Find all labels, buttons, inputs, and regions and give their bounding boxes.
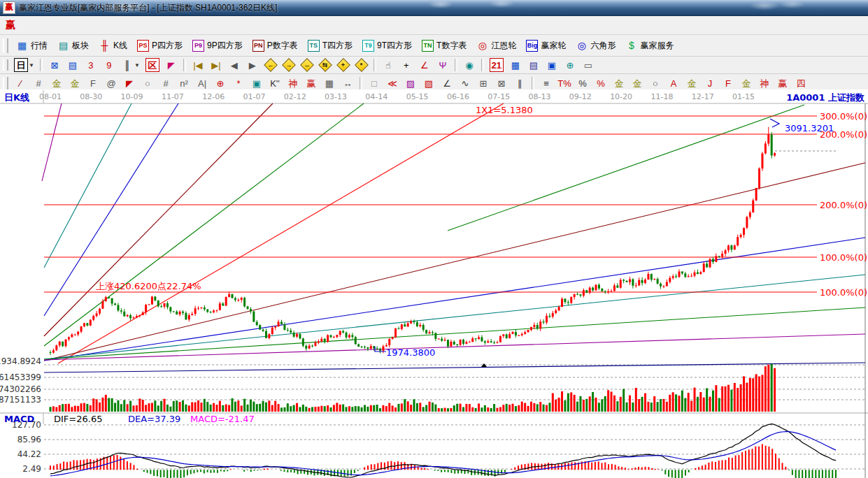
menu-item[interactable] xyxy=(136,23,148,27)
print-button[interactable]: ▭ xyxy=(580,57,597,73)
grid-table-button[interactable]: ▦ xyxy=(321,75,338,91)
fence-button[interactable]: # xyxy=(157,75,174,91)
sectors-button[interactable]: ▤ 板块 xyxy=(53,38,93,54)
menu-item[interactable] xyxy=(73,23,85,27)
si-angle-button[interactable]: 四 xyxy=(792,75,809,91)
winner-wheel-button[interactable]: Big 赢家轮 xyxy=(522,38,570,54)
j-angle-button[interactable]: J xyxy=(702,75,718,91)
winner-service-button[interactable]: $ 赢家服务 xyxy=(621,38,678,54)
clock-pen-button[interactable]: ○ xyxy=(647,75,664,91)
smart-tool-button[interactable]: ◉ xyxy=(461,57,478,73)
period-selector[interactable]: 日▼ xyxy=(12,57,36,73)
time-circle-button[interactable]: ○ xyxy=(139,75,156,91)
candle-style-selector[interactable]: ║▼ xyxy=(119,57,142,73)
calendar-button[interactable]: 21 xyxy=(488,57,506,73)
toolbar-grip[interactable] xyxy=(3,59,8,71)
9p-square-button[interactable]: P9 9P四方形 xyxy=(188,38,247,54)
percent-button[interactable]: % xyxy=(574,75,591,91)
9t-square-button[interactable]: T9 9T四方形 xyxy=(358,38,416,54)
t-percent-button[interactable]: T% xyxy=(556,75,573,91)
box-select-button[interactable]: □ xyxy=(366,75,383,91)
zoom-in-button[interactable]: * xyxy=(353,57,370,73)
hexagon-button[interactable]: ◎ 六角形 xyxy=(571,38,620,54)
crosshair-button[interactable]: + xyxy=(398,57,415,73)
ying-angle-button[interactable]: 赢 xyxy=(774,75,791,91)
mirror-button[interactable]: A| xyxy=(194,75,211,91)
info-view-icon[interactable]: ▤ xyxy=(64,57,81,73)
f-angle-button[interactable]: F xyxy=(720,75,737,91)
gold-coil2-button[interactable]: 金 xyxy=(66,75,83,91)
bars-9-icon[interactable]: 9 xyxy=(101,57,118,73)
wave-button[interactable]: ∿ xyxy=(457,75,474,91)
jump-first-button[interactable]: |◀ xyxy=(190,57,206,73)
menu-item[interactable] xyxy=(48,23,60,27)
grid-a-button[interactable]: ⊞ xyxy=(475,75,492,91)
angle-tool-button[interactable]: ∠ xyxy=(416,57,433,73)
scroll-left-button[interactable]: ← xyxy=(262,57,279,73)
square-star-button[interactable]: ▣ xyxy=(248,75,265,91)
favorite-stocks-icon[interactable]: ⊠ xyxy=(46,57,63,73)
color-chart-icon[interactable]: ◤ xyxy=(163,57,180,73)
jump-last-button[interactable]: ▶| xyxy=(208,57,225,73)
grid-lines-button[interactable]: # xyxy=(30,75,47,91)
ab-wave-button[interactable]: A xyxy=(665,75,682,91)
next-button[interactable]: ▶ xyxy=(244,57,261,73)
menu-item[interactable] xyxy=(35,23,48,27)
parallel-lines-button[interactable]: ∥ xyxy=(511,75,528,91)
shen-angle-button[interactable]: 神 xyxy=(756,75,773,91)
quotes-button[interactable]: ▦ 行情 xyxy=(12,38,52,54)
p-table-button[interactable]: PN P数字表 xyxy=(248,38,302,54)
hand-tool-button[interactable]: ☝ xyxy=(380,57,397,73)
gold-angle2-button[interactable]: 金 xyxy=(738,75,755,91)
percent-lines-button[interactable]: % xyxy=(592,75,609,91)
toolbar-grip[interactable] xyxy=(3,38,8,53)
gold-angle-button[interactable]: 金 xyxy=(683,75,700,91)
menu-item[interactable] xyxy=(85,23,98,27)
menu-item[interactable] xyxy=(22,23,35,27)
kline-chart-svg[interactable]: 08-0108-3010-0911-0712-0601-0702-1203-13… xyxy=(0,89,868,478)
p-square-button[interactable]: PS P四方形 xyxy=(133,38,187,54)
prev-button[interactable]: ◀ xyxy=(226,57,243,73)
chart-canvas[interactable]: 08-0108-3010-0911-0712-0601-0702-1203-13… xyxy=(0,89,868,478)
gann-wheel-button[interactable]: ◎ 江恩轮 xyxy=(472,38,520,54)
scroll-right-button[interactable]: → xyxy=(280,57,297,73)
star-button[interactable]: * xyxy=(230,75,247,91)
width-arrow-button[interactable]: ↔ xyxy=(339,75,356,91)
spiral-button[interactable]: @ xyxy=(103,75,120,91)
kline-button[interactable]: ╫ K线 xyxy=(94,38,131,54)
compress-h-button[interactable]: ⇆ xyxy=(317,57,334,73)
ying-tool-button[interactable]: 赢 xyxy=(303,75,320,91)
t-table-button[interactable]: TN T数字表 xyxy=(418,38,471,54)
region-tool-icon[interactable]: 区 xyxy=(143,57,162,73)
calculator-button[interactable]: ▦ xyxy=(507,57,524,73)
menu-item[interactable] xyxy=(111,23,123,27)
fan-box-button[interactable]: ▧ xyxy=(420,75,437,91)
gold-lines-button[interactable]: 金 xyxy=(629,75,646,91)
circle-cross-button[interactable]: ⊕ xyxy=(212,75,229,91)
grid-b-button[interactable]: ⊠ xyxy=(493,75,510,91)
save-button[interactable]: ▣ xyxy=(543,57,560,73)
gann-shape-button[interactable]: Ψ xyxy=(434,57,451,73)
gold-coil-button[interactable]: 金 xyxy=(48,75,65,91)
f-ruler-button[interactable]: F xyxy=(85,75,101,91)
bars-3-icon[interactable]: 3 xyxy=(83,57,99,73)
n-square-button[interactable]: n² xyxy=(176,75,192,91)
brush-tool-button[interactable]: ◤ xyxy=(121,75,138,91)
menu-item[interactable] xyxy=(98,23,111,27)
zoom-out-button[interactable]: + xyxy=(335,57,352,73)
ratio-bars-button[interactable]: ≡ xyxy=(538,75,555,91)
red-fan-button[interactable]: ≪ xyxy=(384,75,401,91)
angle-lines-button[interactable]: ∠ xyxy=(439,75,455,91)
gold-circle-button[interactable]: 金 xyxy=(611,75,627,91)
pen-tool-button[interactable]: ∕ xyxy=(12,75,29,91)
notes-button[interactable]: ▤ xyxy=(525,57,542,73)
share-button[interactable]: ⊕ xyxy=(562,57,578,73)
toolbar-grip[interactable] xyxy=(3,77,8,89)
menu-item[interactable] xyxy=(123,23,136,27)
expand-h-button[interactable]: ↔ xyxy=(299,57,315,73)
purple-fan-button[interactable]: ▨ xyxy=(402,75,419,91)
menu-item[interactable] xyxy=(60,23,73,27)
shen-tool-button[interactable]: 神 xyxy=(285,75,301,91)
t-square-button[interactable]: TS T四方形 xyxy=(304,38,357,54)
k-marks-button[interactable]: K'' xyxy=(266,75,283,91)
